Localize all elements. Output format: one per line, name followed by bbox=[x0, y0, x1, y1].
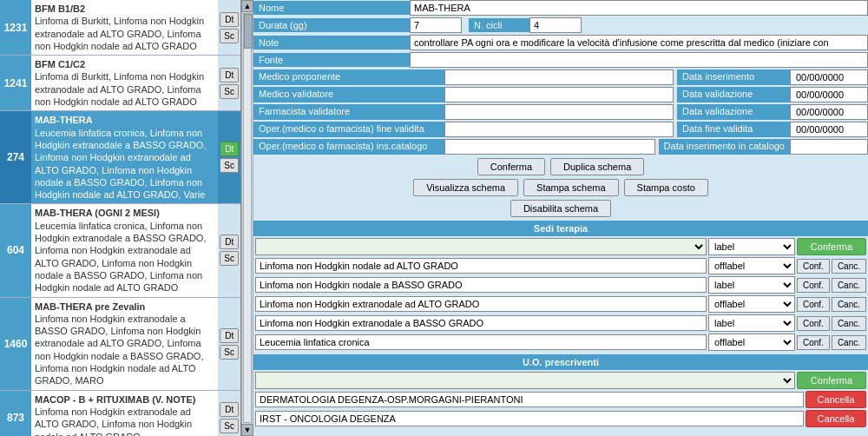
duplica-schema-button[interactable]: Duplica schema bbox=[550, 158, 644, 175]
item-title: BFM C1/C2 bbox=[35, 58, 214, 70]
sedi-canc-3[interactable]: Canc. bbox=[832, 316, 866, 331]
item-id: 1241 bbox=[0, 56, 31, 110]
item-id: 1231 bbox=[0, 0, 31, 55]
uo-cancella-1[interactable]: Cancella bbox=[806, 410, 866, 427]
list-item-selected[interactable]: 274 MAB-THERA Leucemia linfatica cronica… bbox=[0, 111, 240, 204]
sedi-terapia-header: Sedi terapia bbox=[253, 221, 868, 236]
btn-sc[interactable]: Sc bbox=[220, 29, 239, 43]
btn-sc[interactable]: Sc bbox=[220, 251, 239, 266]
sedi-canc-4[interactable]: Canc. bbox=[832, 335, 866, 350]
item-id: 873 bbox=[0, 391, 31, 436]
btn-dt[interactable]: Dt bbox=[220, 402, 239, 417]
sedi-type-2[interactable]: offlabel label bbox=[708, 295, 795, 313]
note-input[interactable] bbox=[410, 35, 868, 50]
scroll-up-btn[interactable]: ▲ bbox=[241, 0, 253, 12]
note-row: Note bbox=[253, 35, 868, 50]
btn-dt[interactable]: Dt bbox=[220, 235, 239, 249]
sedi-conferma-button[interactable]: Conferma bbox=[797, 238, 866, 255]
uo-row-1: IRST - ONCOLOGIA DEGENZA Cancella bbox=[253, 410, 868, 427]
sedi-row-0: Linfoma non Hodgkin nodale ad ALTO GRADO… bbox=[253, 257, 868, 274]
oper-ins-group: Oper.(medico o farmacista) ins.catalogo bbox=[253, 139, 655, 155]
item-content: MAB-THERA pre Zevalin Linfoma non Hodgki… bbox=[31, 298, 218, 390]
oper-ins-input[interactable] bbox=[444, 139, 655, 155]
btn-sc[interactable]: Sc bbox=[220, 345, 239, 360]
list-item[interactable]: 1460 MAB-THERA pre Zevalin Linfoma non H… bbox=[0, 298, 240, 391]
sedi-row-4: Leucemia linfatica cronica offlabel labe… bbox=[253, 334, 868, 351]
sedi-conf-1[interactable]: Conf. bbox=[797, 278, 830, 293]
item-desc: Leucemia linfatica cronica, Linfoma non … bbox=[35, 127, 214, 201]
item-title: MAB-THERA bbox=[35, 114, 214, 126]
visualizza-schema-button[interactable]: Visualizza schema bbox=[413, 179, 518, 196]
item-title: MAB-THERA (OGNI 2 MESI) bbox=[35, 207, 214, 219]
sedi-type-1[interactable]: label offlabel bbox=[708, 276, 795, 294]
sedi-type-0[interactable]: offlabel label bbox=[708, 257, 795, 274]
data-ins-catalogo-value bbox=[790, 139, 868, 155]
data-fine-value: 00/00/0000 bbox=[790, 122, 868, 137]
conferma-button[interactable]: Conferma bbox=[477, 158, 545, 175]
list-item[interactable]: 1241 BFM C1/C2 Linfoma di Burkitt, Linfo… bbox=[0, 56, 240, 111]
item-buttons: Dt Sc bbox=[218, 56, 240, 110]
sedi-canc-1[interactable]: Canc. bbox=[832, 278, 866, 293]
btn-sc[interactable]: Sc bbox=[220, 419, 239, 433]
data-ins-catalogo-group: Data inserimento in catalogo bbox=[659, 139, 868, 155]
medico-proponente-group: Medico proponente bbox=[253, 69, 674, 85]
medico-validatore-input[interactable] bbox=[444, 87, 674, 102]
stampa-costo-button[interactable]: Stampa costo bbox=[624, 179, 708, 196]
sedi-canc-0[interactable]: Canc. bbox=[832, 259, 866, 274]
sedi-type-3[interactable]: label offlabel bbox=[708, 314, 795, 332]
sedi-conf-4[interactable]: Conf. bbox=[797, 335, 830, 350]
sedi-conf-3[interactable]: Conf. bbox=[797, 316, 830, 331]
uo-cancella-0[interactable]: Cancella bbox=[806, 391, 866, 408]
data-inserimento-group: Data inserimento 00/00/0000 bbox=[677, 69, 868, 85]
item-content: BFM C1/C2 Linfoma di Burkitt, Linfoma no… bbox=[31, 56, 218, 110]
uo-conferma-button[interactable]: Conferma bbox=[797, 372, 866, 389]
action-buttons-row1: Conferma Duplica schema bbox=[253, 158, 868, 175]
sedi-row-1: Linfoma non Hodgkin nodale a BASSO GRADO… bbox=[253, 276, 868, 294]
ncicli-input[interactable] bbox=[529, 17, 582, 33]
medico-proponente-label: Medico proponente bbox=[253, 69, 444, 85]
sedi-conf-2[interactable]: Conf. bbox=[797, 297, 830, 312]
uo-main-select[interactable] bbox=[255, 372, 795, 389]
sedi-conf-0[interactable]: Conf. bbox=[797, 259, 830, 274]
form-content: Nome Durata (gg) N. cicli Note Fonte bbox=[253, 0, 868, 427]
data-validazione2-label: Data validazione bbox=[677, 104, 790, 120]
oper-fine-group: Oper.(medico o farmacista) fine validita bbox=[253, 122, 674, 137]
list-item[interactable]: 604 MAB-THERA (OGNI 2 MESI) Leucemia lin… bbox=[0, 204, 240, 297]
scroll-thumb[interactable] bbox=[244, 14, 253, 49]
item-desc: Linfoma non Hodgkin extranodale ad ALTO … bbox=[35, 406, 214, 436]
list-item[interactable]: 1231 BFM B1/B2 Linfoma di Burkitt, Linfo… bbox=[0, 0, 240, 56]
medico-validatore-group: Medico validatore bbox=[253, 87, 674, 102]
btn-dt[interactable]: Dt bbox=[220, 68, 239, 83]
left-scrollbar[interactable]: ▲ ▼ bbox=[241, 0, 253, 436]
stampa-schema-button[interactable]: Stampa schema bbox=[523, 179, 618, 196]
list-item[interactable]: 873 MACOP - B + RITUXIMAB (V. NOTE) Linf… bbox=[0, 391, 240, 436]
btn-sc[interactable]: Sc bbox=[220, 158, 239, 173]
scroll-track bbox=[243, 13, 252, 423]
item-buttons: Dt Sc bbox=[218, 391, 240, 436]
btn-dt[interactable]: Dt bbox=[220, 142, 239, 156]
data-fine-group: Data fine validita 00/00/0000 bbox=[677, 122, 868, 137]
uo-text-0: DERMATOLOGIA DEGENZA-OSP.MORGAGNI-PIERAN… bbox=[255, 392, 804, 407]
medico-proponente-input[interactable] bbox=[444, 69, 674, 85]
data-inserimento-label: Data inserimento bbox=[677, 69, 790, 85]
btn-dt[interactable]: Dt bbox=[220, 12, 239, 27]
sedi-main-select[interactable] bbox=[255, 238, 707, 255]
sedi-text-1: Linfoma non Hodgkin nodale a BASSO GRADO bbox=[255, 277, 707, 293]
btn-sc[interactable]: Sc bbox=[220, 84, 239, 99]
btn-dt[interactable]: Dt bbox=[220, 328, 239, 343]
oper-fine-input[interactable] bbox=[444, 122, 674, 137]
sedi-canc-2[interactable]: Canc. bbox=[832, 297, 866, 312]
item-content: MACOP - B + RITUXIMAB (V. NOTE) Linfoma … bbox=[31, 391, 218, 436]
nome-input[interactable] bbox=[410, 0, 868, 16]
sedi-type-select-main[interactable]: label offlabel bbox=[708, 238, 795, 255]
left-list[interactable]: 1231 BFM B1/B2 Linfoma di Burkitt, Linfo… bbox=[0, 0, 240, 436]
scroll-down-btn[interactable]: ▼ bbox=[241, 424, 253, 436]
durata-input[interactable] bbox=[410, 17, 462, 33]
item-desc: Linfoma non Hodgkin extranodale a BASSO … bbox=[35, 313, 214, 387]
disabilita-schema-button[interactable]: Disabilita schema bbox=[510, 200, 611, 217]
sedi-type-4[interactable]: offlabel label bbox=[708, 334, 795, 351]
farmacista-input[interactable] bbox=[444, 104, 674, 120]
fonte-input[interactable] bbox=[410, 52, 868, 68]
item-content: MAB-THERA (OGNI 2 MESI) Leucemia linfati… bbox=[31, 204, 218, 296]
action-buttons-row2: Visualizza schema Stampa schema Stampa c… bbox=[253, 179, 868, 196]
